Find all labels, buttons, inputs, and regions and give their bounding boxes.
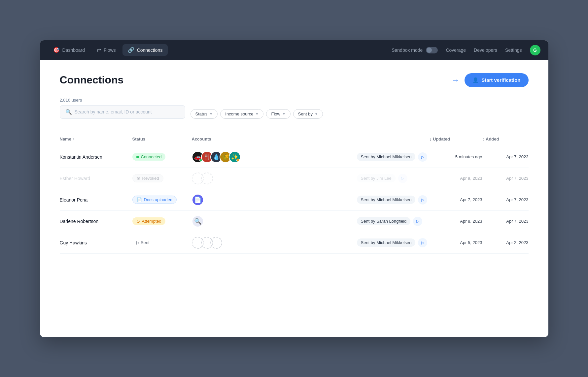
tab-flows-label: Flows [104, 47, 116, 53]
sent-by-badge: Sent by Jim Lee [357, 174, 396, 182]
sandbox-toggle[interactable] [426, 47, 438, 53]
status-badge: 📄 Docs uploaded [132, 196, 177, 204]
filter-row: Status ▼ Income source ▼ Flow ▼ Sent by … [190, 109, 323, 119]
search-area: 2,816 users 🔍 Status ▼ Income source ▼ [60, 98, 529, 123]
settings-link[interactable]: Settings [505, 47, 522, 53]
status-badge: ⊙ Attempted [132, 217, 165, 225]
avatars-group [192, 237, 357, 249]
updated-cell: Apr 9, 2023 [430, 176, 482, 181]
app-window: 🎯 Dashboard ⇄ Flows 🔗 Connections Sandbo… [40, 40, 548, 337]
status-cell: ▷ Sent [132, 239, 192, 246]
sort-updated-icon: ↓ [430, 137, 432, 141]
user-avatar[interactable]: G [530, 45, 540, 55]
user-count: 2,816 users [60, 98, 529, 103]
sent-by-group: Sent by Michael Mikkelsen ▷ [357, 238, 430, 247]
name-cell: Eleanor Pena [60, 197, 132, 203]
added-cell: Apr 7, 2023 [482, 176, 529, 181]
sent-by-badge: Sent by Michael Mikkelsen [357, 238, 416, 247]
account-avatar: 📄 [192, 194, 204, 206]
tab-flows[interactable]: ⇄ Flows [91, 44, 121, 56]
filter-sent-by[interactable]: Sent by ▼ [293, 109, 323, 119]
table-row[interactable]: Guy Hawkins ▷ Sent Sent by Michael Mikke… [60, 232, 529, 254]
th-status: Status [132, 137, 192, 141]
accounts-cell [192, 173, 357, 184]
table-row[interactable]: Eleanor Pena 📄 Docs uploaded 📄 [60, 189, 529, 211]
resend-button[interactable]: ▷ [398, 174, 407, 183]
avatars-group: 🚗 🍴 💧 🌾 ✨ [192, 151, 357, 163]
sort-added-icon: ↕ [482, 137, 485, 141]
account-avatar: 🔍 [192, 215, 204, 227]
tab-dashboard-label: Dashboard [62, 47, 85, 53]
account-avatar-empty [201, 173, 213, 184]
badge-dot [136, 156, 139, 158]
tab-dashboard[interactable]: 🎯 Dashboard [48, 44, 90, 56]
status-badge: ▷ Sent [132, 239, 154, 246]
th-accounts: Accounts [192, 137, 357, 141]
start-btn-icon: 👤 [472, 77, 479, 83]
coverage-link[interactable]: Coverage [446, 47, 466, 53]
avatar-dot-yellow [236, 159, 240, 162]
sent-by-group: Sent by Michael Mikkelsen ▷ [357, 195, 430, 204]
name-cell: Konstantin Andersen [60, 154, 132, 160]
avatars-group [192, 173, 357, 184]
resend-button[interactable]: ▷ [418, 152, 427, 162]
avatars-group: 🔍 [192, 215, 357, 227]
chevron-down-icon: ▼ [209, 112, 213, 116]
tab-connections[interactable]: 🔗 Connections [122, 44, 168, 56]
status-cell: ⊗ Revoked [132, 174, 192, 182]
flows-icon: ⇄ [97, 47, 101, 53]
status-cell: Connected [132, 153, 192, 161]
start-verification-button[interactable]: 👤 Start verification [465, 73, 528, 87]
name-cell: Guy Hawkins [60, 240, 132, 245]
accounts-cell [192, 237, 357, 249]
nav-right: Sandbox mode Coverage Developers Setting… [392, 45, 540, 55]
search-input[interactable] [75, 109, 180, 114]
added-cell: Apr 7, 2023 [482, 154, 529, 159]
name-cell: Esther Howard [60, 176, 132, 181]
accounts-cell: 📄 [192, 194, 357, 206]
table-header: Name ↕ Status Accounts ↓ Updated ↕ Added [60, 133, 529, 145]
sent-by-group: Sent by Sarah Longfield ▷ [357, 217, 430, 226]
page-header: Connections → 👤 Start verification [60, 73, 529, 87]
accounts-cell: 🔍 [192, 215, 357, 227]
sent-by-cell: Sent by Michael Mikkelsen ▷ [357, 195, 430, 204]
resend-button[interactable]: ▷ [413, 217, 422, 226]
table: Name ↕ Status Accounts ↓ Updated ↕ Added [60, 133, 529, 254]
sent-by-cell: Sent by Sarah Longfield ▷ [357, 217, 430, 226]
dashboard-icon: 🎯 [53, 47, 60, 53]
added-cell: Apr 7, 2023 [482, 197, 529, 202]
chevron-down-icon: ▼ [282, 112, 286, 116]
sort-name-icon: ↕ [73, 137, 74, 141]
th-added: ↕ Added [482, 137, 529, 141]
updated-cell: Apr 5, 2023 [430, 240, 482, 245]
th-sent-by [357, 137, 430, 141]
resend-button[interactable]: ▷ [418, 238, 427, 247]
filter-flow-label: Flow [271, 111, 280, 116]
filter-sent-by-label: Sent by [298, 111, 313, 116]
filter-income-source[interactable]: Income source ▼ [220, 109, 263, 119]
tab-connections-label: Connections [137, 47, 163, 53]
page-title: Connections [60, 74, 124, 86]
added-cell: Apr 7, 2023 [482, 219, 529, 224]
nav-bar: 🎯 Dashboard ⇄ Flows 🔗 Connections Sandbo… [40, 40, 548, 60]
table-row[interactable]: Konstantin Andersen Connected 🚗 [60, 146, 529, 168]
search-icon: 🔍 [65, 109, 72, 115]
name-cell: Darlene Robertson [60, 219, 132, 224]
updated-cell: Apr 7, 2023 [430, 197, 482, 202]
filter-status[interactable]: Status ▼ [190, 109, 218, 119]
status-badge: ⊗ Revoked [132, 174, 163, 182]
filter-income-label: Income source [225, 111, 253, 116]
start-btn-label: Start verification [481, 77, 520, 83]
arrow-icon: → [451, 76, 459, 85]
accounts-cell: 🚗 🍴 💧 🌾 ✨ [192, 151, 357, 163]
sent-by-badge: Sent by Michael Mikkelsen [357, 196, 416, 204]
status-cell: ⊙ Attempted [132, 217, 192, 225]
table-row[interactable]: Darlene Robertson ⊙ Attempted 🔍 [60, 211, 529, 232]
filter-status-label: Status [195, 111, 208, 116]
table-row[interactable]: Esther Howard ⊗ Revoked Sent by Jim Le [60, 168, 529, 189]
sent-by-group: Sent by Michael Mikkelsen ▷ [357, 152, 430, 162]
resend-button[interactable]: ▷ [418, 195, 427, 204]
account-avatar: ✨ [229, 151, 241, 163]
filter-flow[interactable]: Flow ▼ [266, 109, 290, 119]
developers-link[interactable]: Developers [474, 47, 497, 53]
